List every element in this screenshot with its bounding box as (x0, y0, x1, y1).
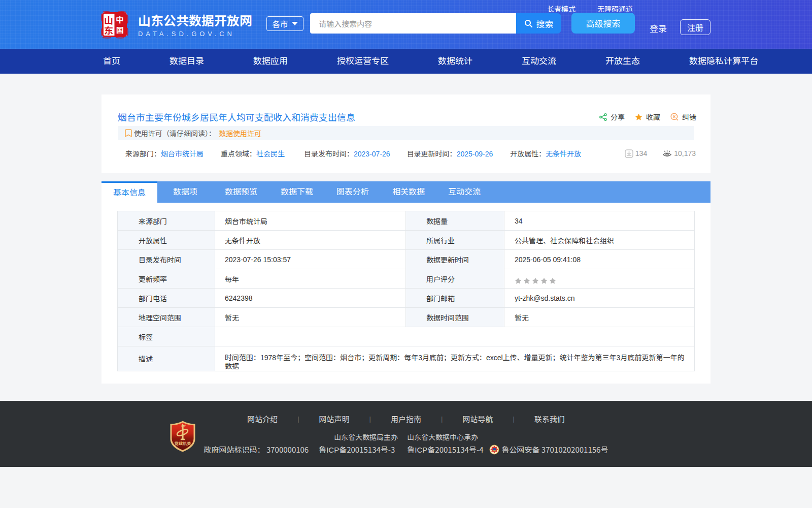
svg-text:国: 国 (116, 24, 124, 35)
svg-text:东: 东 (104, 23, 113, 37)
svg-text:中: 中 (116, 13, 124, 25)
